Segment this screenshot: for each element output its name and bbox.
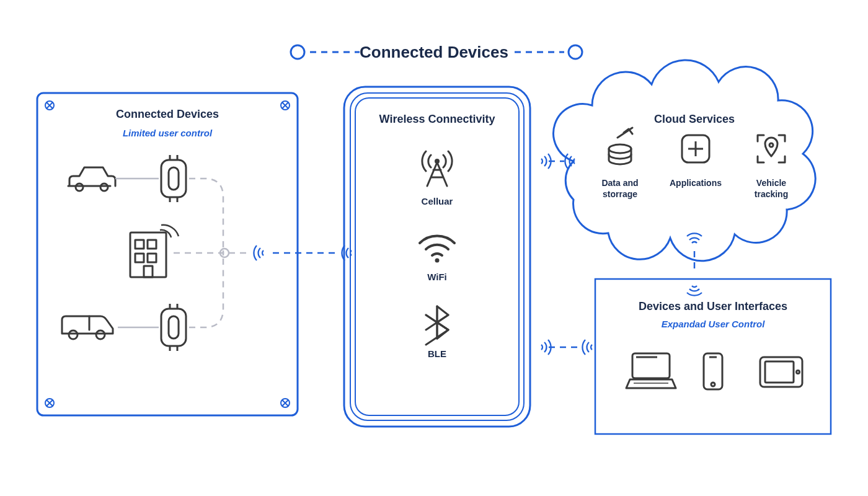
svg-rect-47: [765, 361, 794, 383]
svg-rect-43: [704, 353, 722, 389]
svg-point-48: [797, 371, 800, 374]
svg-rect-31: [355, 98, 519, 415]
svg-point-3: [569, 45, 582, 59]
panel-wireless: Wireless Connectivity Celluar WiFi BLE: [344, 87, 530, 427]
svg-point-44: [711, 383, 715, 386]
svg-rect-23: [161, 309, 186, 346]
svg-rect-16: [148, 240, 156, 249]
svg-point-9: [76, 184, 83, 191]
svg-rect-15: [135, 240, 144, 249]
svg-point-37: [769, 143, 773, 147]
label-apps: Applications: [670, 178, 722, 188]
header: Connected Devices: [291, 43, 582, 61]
page-title: Connected Devices: [360, 43, 508, 61]
laptop-icon: [626, 353, 676, 388]
svg-rect-29: [344, 87, 530, 427]
svg-point-10: [100, 184, 108, 191]
chip-icon: [161, 155, 186, 202]
data-storage-icon: [609, 128, 632, 164]
svg-rect-12: [169, 167, 179, 190]
van-icon: [62, 316, 113, 339]
svg-rect-30: [350, 93, 524, 420]
building-icon: [130, 225, 179, 277]
bluetooth-icon: [426, 306, 448, 345]
panel-subtitle: Limited user control: [123, 128, 213, 138]
cellular-icon: [422, 151, 452, 186]
svg-point-21: [96, 330, 105, 339]
svg-rect-19: [144, 266, 153, 277]
label-data-line2: storrage: [603, 189, 637, 199]
panel-connected-devices: Connected Devices Limited user control: [37, 93, 298, 415]
panel-title: Wireless Connectivity: [379, 113, 495, 125]
label-ble: BLE: [428, 348, 446, 359]
label-cellular: Celluar: [422, 196, 453, 206]
chip-icon: [161, 304, 186, 351]
tracking-icon: [758, 135, 785, 162]
wifi-icon: [420, 236, 454, 263]
svg-point-35: [609, 144, 631, 153]
label-track-2: tracking: [755, 189, 788, 199]
label-wifi: WiFi: [427, 272, 447, 282]
applications-icon: [682, 135, 709, 162]
label-track-1: Vehicle: [756, 178, 786, 188]
diagram: Connected Devices Connected Devices Limi…: [0, 0, 868, 496]
panel-cloud: Cloud Services Data and storrage Applica…: [554, 60, 816, 261]
label-data-line1: Data and: [601, 178, 638, 188]
car-icon: [68, 167, 115, 191]
svg-rect-17: [135, 254, 144, 262]
svg-rect-11: [161, 160, 186, 197]
svg-point-33: [435, 259, 440, 263]
tablet-icon: [760, 357, 802, 387]
panel-subtitle: Expandad User Control: [662, 319, 766, 329]
svg-rect-24: [169, 316, 179, 339]
phone-icon: [704, 353, 722, 389]
panel-title: Devices and User Interfaces: [639, 300, 787, 312]
panel-ui: Devices and User Interfaces Expandad Use…: [595, 279, 831, 434]
svg-rect-18: [148, 254, 156, 262]
svg-point-0: [291, 45, 304, 59]
svg-point-20: [69, 330, 78, 339]
panel-title: Cloud Services: [654, 113, 735, 125]
panel-title: Connected Devices: [116, 108, 219, 120]
